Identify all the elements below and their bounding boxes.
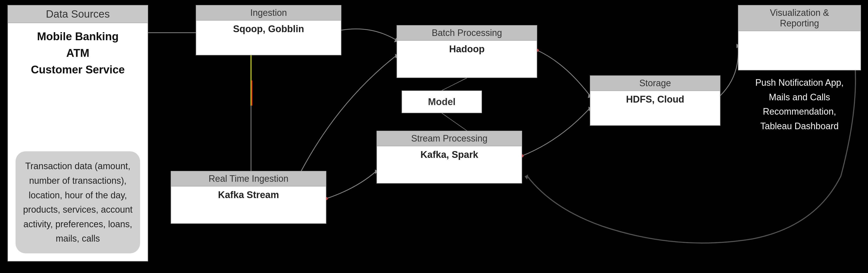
svg-line-16 (442, 78, 467, 90)
batch-processing-header: Batch Processing (397, 26, 537, 41)
visualization-box: Visualization & Reporting (738, 5, 861, 71)
storage-header: Storage (590, 76, 720, 91)
realtime-ingestion-content: Kafka Stream (171, 187, 326, 203)
ingestion-header: Ingestion (196, 5, 341, 21)
realtime-ingestion-header: Real Time Ingestion (171, 171, 326, 187)
data-sources-bottom-text: Transaction data (amount, number of tran… (16, 151, 140, 253)
visualization-header: Visualization & Reporting (739, 5, 861, 31)
stream-processing-box: Stream Processing Kafka, Spark (376, 131, 522, 184)
ingestion-box: Ingestion Sqoop, Gobblin (196, 5, 341, 55)
storage-content: HDFS, Cloud (590, 91, 720, 108)
data-sources-box: Data Sources Mobile Banking ATM Customer… (7, 5, 148, 262)
visualization-content: Push Notification App, Mails and Calls R… (738, 75, 861, 133)
storage-box: Storage HDFS, Cloud (590, 75, 720, 126)
svg-line-17 (442, 113, 467, 131)
data-sources-header: Data Sources (8, 5, 148, 23)
svg-rect-4 (250, 55, 251, 106)
svg-rect-5 (251, 80, 252, 106)
batch-processing-content: Hadoop (397, 41, 537, 58)
diagram-container: Data Sources Mobile Banking ATM Customer… (0, 0, 868, 273)
realtime-ingestion-box: Real Time Ingestion Kafka Stream (171, 171, 326, 224)
model-box: Model (402, 90, 482, 113)
svg-marker-15 (525, 174, 528, 180)
stream-processing-header: Stream Processing (377, 131, 522, 146)
batch-processing-box: Batch Processing Hadoop (397, 25, 537, 78)
stream-processing-content: Kafka, Spark (377, 146, 522, 163)
ingestion-content: Sqoop, Gobblin (196, 21, 341, 37)
data-sources-top-items: Mobile Banking ATM Customer Service (8, 23, 148, 83)
